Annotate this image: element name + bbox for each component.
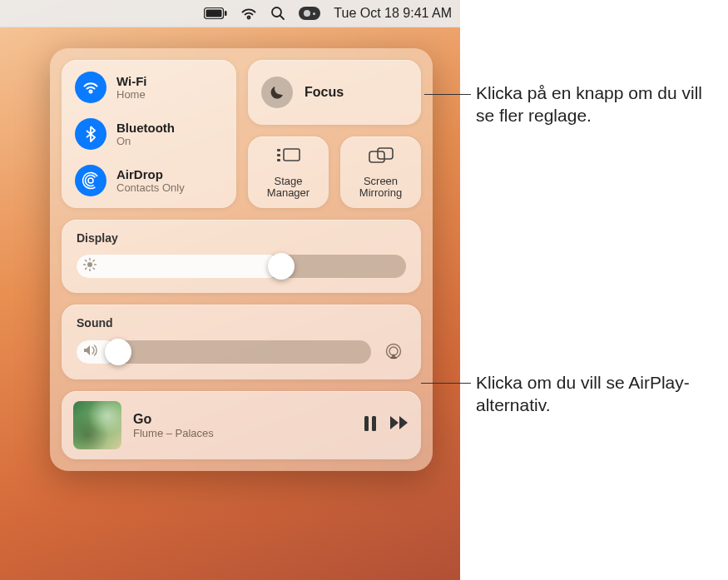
menubar-datetime[interactable]: Tue Oct 18 9:41 AM bbox=[334, 6, 452, 21]
track-title: Go bbox=[133, 412, 351, 427]
wifi-button[interactable]: Wi-Fi Home bbox=[75, 72, 223, 103]
svg-rect-13 bbox=[378, 148, 393, 159]
screen-mirroring-label: Screen Mirroring bbox=[345, 176, 416, 200]
pause-button[interactable] bbox=[363, 415, 378, 435]
svg-rect-1 bbox=[206, 10, 222, 17]
album-artwork bbox=[73, 401, 121, 449]
focus-title: Focus bbox=[305, 85, 344, 100]
airdrop-status: Contacts Only bbox=[116, 181, 185, 194]
callout-line bbox=[424, 94, 471, 95]
svg-rect-25 bbox=[364, 416, 369, 431]
svg-point-3 bbox=[272, 7, 281, 17]
airdrop-icon bbox=[75, 165, 106, 196]
callout-airplay: Klicka om du vill se AirPlay-alternativ. bbox=[476, 371, 717, 417]
svg-rect-10 bbox=[277, 154, 280, 156]
focus-button[interactable]: Focus bbox=[248, 60, 421, 125]
bluetooth-status: On bbox=[116, 135, 175, 147]
stage-manager-button[interactable]: Stage Manager bbox=[248, 136, 329, 208]
airplay-audio-button[interactable] bbox=[381, 340, 406, 364]
spotlight-icon[interactable] bbox=[270, 6, 285, 21]
airdrop-button[interactable]: AirDrop Contacts Only bbox=[75, 165, 223, 196]
svg-rect-11 bbox=[277, 159, 280, 161]
display-title: Display bbox=[77, 231, 406, 245]
wifi-title: Wi-Fi bbox=[116, 74, 147, 88]
display-tile: Display bbox=[62, 220, 421, 293]
next-track-button[interactable] bbox=[389, 415, 409, 435]
now-playing-tile[interactable]: Go Flume – Palaces bbox=[62, 391, 421, 459]
sound-slider[interactable] bbox=[77, 340, 371, 364]
connectivity-tile: Wi-Fi Home Bluetooth On AirDrop bbox=[62, 60, 236, 208]
wifi-icon[interactable] bbox=[240, 7, 257, 20]
bluetooth-icon bbox=[75, 118, 106, 150]
battery-icon[interactable] bbox=[204, 7, 227, 19]
wifi-icon bbox=[75, 72, 106, 103]
menubar: Tue Oct 18 9:41 AM bbox=[0, 0, 460, 27]
wifi-status: Home bbox=[116, 88, 147, 101]
svg-point-5 bbox=[88, 178, 93, 183]
bluetooth-button[interactable]: Bluetooth On bbox=[75, 118, 223, 150]
control-center-panel: Wi-Fi Home Bluetooth On AirDrop bbox=[50, 48, 433, 471]
control-center-icon[interactable] bbox=[299, 7, 320, 20]
stage-manager-icon bbox=[276, 147, 301, 169]
stage-manager-label: Stage Manager bbox=[253, 176, 324, 200]
callout-line bbox=[421, 383, 471, 384]
sound-title: Sound bbox=[77, 316, 406, 330]
svg-rect-26 bbox=[372, 416, 376, 431]
svg-rect-2 bbox=[225, 11, 227, 16]
svg-point-7 bbox=[82, 171, 100, 190]
bluetooth-title: Bluetooth bbox=[116, 121, 175, 135]
svg-rect-12 bbox=[369, 151, 384, 162]
svg-line-4 bbox=[280, 16, 284, 19]
sound-tile: Sound bbox=[62, 305, 421, 379]
moon-icon bbox=[261, 77, 293, 108]
airdrop-title: AirDrop bbox=[116, 167, 185, 181]
display-slider[interactable] bbox=[77, 255, 406, 278]
svg-rect-9 bbox=[277, 149, 280, 151]
track-artist: Flume – Palaces bbox=[133, 427, 351, 439]
callout-top: Klicka på en knapp om du vill se fler re… bbox=[476, 82, 717, 127]
screen-mirroring-button[interactable]: Screen Mirroring bbox=[340, 136, 421, 208]
screen-mirroring-icon bbox=[369, 147, 394, 169]
svg-rect-8 bbox=[284, 149, 300, 161]
